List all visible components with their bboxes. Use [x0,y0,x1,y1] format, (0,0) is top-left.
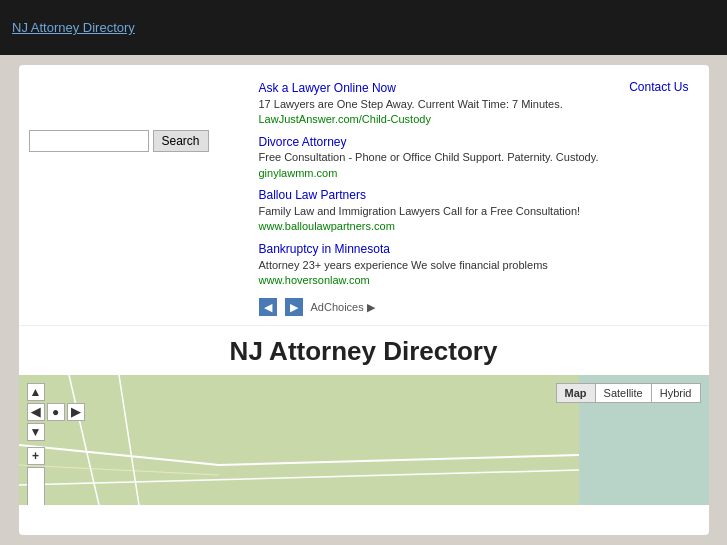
adchoices-icon: ▶ [367,301,375,314]
page-title-section: NJ Attorney Directory [19,325,709,375]
map-pan-left-button[interactable]: ◀ [27,403,45,421]
ad-url-4: www.hoversonlaw.com [259,274,370,286]
contact-us-link[interactable]: Contact Us [629,80,688,94]
ad-next-button[interactable]: ▶ [285,298,303,316]
ad-item: Divorce Attorney Free Consultation - Pho… [259,134,699,182]
ad-prev-button[interactable]: ◀ [259,298,277,316]
main-container: Search Ask a Lawyer Online Now 17 Lawyer… [0,55,727,545]
map-zoom-in-row: + [27,447,85,465]
top-bar: NJ Attorney Directory [0,0,727,55]
search-input[interactable] [29,130,149,152]
svg-line-5 [19,470,579,485]
ad-url-1: LawJustAnswer.com/Child-Custody [259,113,431,125]
map-pan-down-row: ▼ [27,423,85,441]
map-zoom-in-button[interactable]: + [27,447,45,465]
ad-link-3[interactable]: Ballou Law Partners [259,188,366,202]
ads-column: Ask a Lawyer Online Now 17 Lawyers are O… [259,80,699,320]
map-pan-right-button[interactable]: ▶ [67,403,85,421]
search-button[interactable]: Search [153,130,209,152]
map-controls-left: ▲ ◀ ● ▶ ▼ + - [27,383,85,505]
svg-line-6 [219,455,579,465]
map-section: ▲ ◀ ● ▶ ▼ + - [19,375,709,505]
adchoices-label: AdChoices ▶ [311,301,375,314]
ad-link-4[interactable]: Bankruptcy in Minnesota [259,242,390,256]
map-pan-center-button[interactable]: ● [47,403,65,421]
content-box: Search Ask a Lawyer Online Now 17 Lawyer… [19,65,709,535]
map-pan-middle-row: ◀ ● ▶ [27,403,85,421]
map-type-map-button[interactable]: Map [557,384,596,402]
map-zoom-slider [27,467,45,505]
map-pan-down-button[interactable]: ▼ [27,423,45,441]
map-zoom-divider-row [27,467,85,505]
ads-section: Search Ask a Lawyer Online Now 17 Lawyer… [19,65,709,325]
ad-desc-3: Family Law and Immigration Lawyers Call … [259,205,581,217]
ad-desc-2: Free Consultation - Phone or Office Chil… [259,151,599,163]
ad-controls: ◀ ▶ AdChoices ▶ [259,294,699,320]
ad-desc-1: 17 Lawyers are One Step Away. Current Wa… [259,98,563,110]
ad-item: Ballou Law Partners Family Law and Immig… [259,187,699,235]
map-type-hybrid-button[interactable]: Hybrid [652,384,700,402]
ad-link-2[interactable]: Divorce Attorney [259,135,347,149]
site-title-link[interactable]: NJ Attorney Directory [12,20,135,35]
map-zoom-up-row: ▲ [27,383,85,401]
left-column: Search [29,80,249,320]
map-type-satellite-button[interactable]: Satellite [596,384,652,402]
ad-url-3: www.balloulawpartners.com [259,220,395,232]
ad-link-1[interactable]: Ask a Lawyer Online Now [259,81,396,95]
page-title: NJ Attorney Directory [19,336,709,367]
map-pan-up-button[interactable]: ▲ [27,383,45,401]
svg-line-4 [119,375,139,505]
ad-url-2: ginylawmm.com [259,167,338,179]
ad-item: Bankruptcy in Minnesota Attorney 23+ yea… [259,241,699,289]
map-type-controls: Map Satellite Hybrid [556,383,701,403]
search-box: Search [29,130,249,152]
ad-desc-4: Attorney 23+ years experience We solve f… [259,259,548,271]
